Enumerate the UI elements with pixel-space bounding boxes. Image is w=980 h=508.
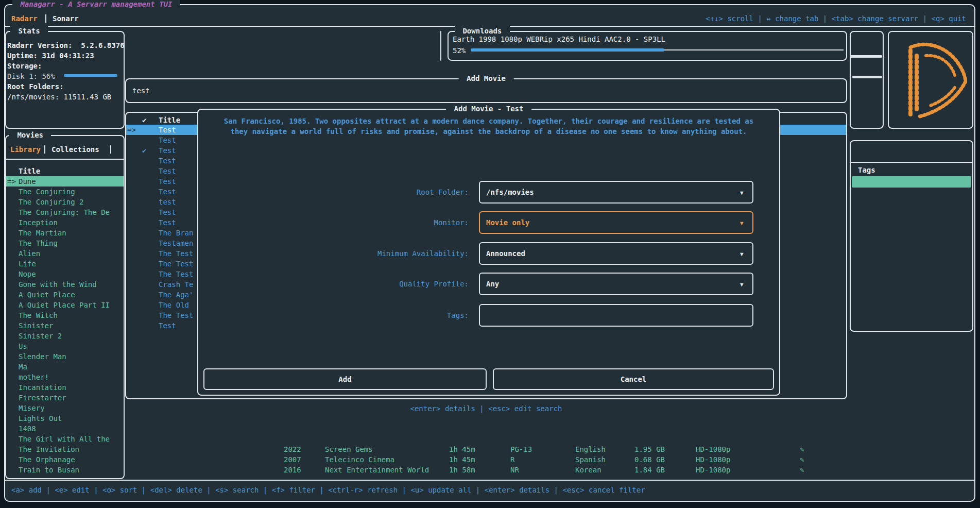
movie-row[interactable]: 1408 bbox=[19, 424, 36, 434]
tab-sonarr[interactable]: Sonarr bbox=[53, 13, 79, 24]
result-row[interactable]: The Test bbox=[159, 259, 193, 269]
result-row[interactable]: The Aga' bbox=[159, 290, 193, 300]
tab-separator bbox=[110, 145, 111, 154]
stats-storage-label: Storage: bbox=[7, 61, 42, 71]
cell-language: English bbox=[575, 444, 606, 454]
result-row[interactable]: test bbox=[159, 197, 176, 207]
stats-uptime: Uptime: 31d 04:31:23 bbox=[7, 50, 94, 61]
radarr-logo-icon bbox=[895, 38, 967, 121]
movie-search-input[interactable]: test bbox=[132, 86, 150, 96]
result-row[interactable]: The Test bbox=[159, 310, 193, 320]
logo-panel bbox=[888, 31, 973, 129]
stats-disk-usage: Disk 1: 56% bbox=[7, 71, 55, 81]
add-button[interactable]: Add bbox=[203, 368, 487, 390]
cell-runtime: 1h 45m bbox=[449, 454, 475, 465]
movie-row[interactable]: mother! bbox=[19, 372, 49, 382]
movie-row[interactable]: Nope bbox=[19, 269, 36, 279]
tab-library[interactable]: Library bbox=[10, 144, 41, 155]
movie-row[interactable]: Train to Busan bbox=[19, 465, 79, 475]
cell-certification: NR bbox=[510, 465, 519, 475]
cell-quality: HD-1080p bbox=[696, 465, 730, 475]
dropdown-arrow-icon: ▼ bbox=[740, 280, 744, 290]
cell-year: 2022 bbox=[284, 444, 301, 454]
cell-quality: HD-1080p bbox=[696, 444, 730, 454]
movie-row[interactable]: The Orphanage bbox=[19, 454, 75, 465]
movie-row-selected[interactable]: =>Dune bbox=[6, 176, 124, 187]
result-row[interactable]: Test bbox=[159, 176, 176, 187]
movies-column-header: Title bbox=[19, 166, 40, 176]
cell-quality: HD-1080p bbox=[696, 454, 730, 465]
movie-row[interactable]: The Witch bbox=[19, 310, 58, 320]
cell-language: Spanish bbox=[575, 454, 606, 465]
movie-row[interactable]: The Conjuring: The De bbox=[19, 207, 110, 217]
result-row[interactable]: The Test bbox=[159, 248, 193, 259]
cell-size: 1.84 GB bbox=[634, 465, 665, 475]
add-movie-modal-title: Add Movie - Test bbox=[446, 104, 531, 114]
field-label: Root Folder: bbox=[288, 187, 469, 197]
movie-row[interactable]: The Girl with All the bbox=[19, 434, 110, 444]
field-label: Monitor: bbox=[288, 217, 469, 228]
cell-certification: PG-13 bbox=[510, 444, 532, 454]
result-row[interactable]: Test bbox=[159, 156, 176, 166]
cell-size: 0.68 GB bbox=[634, 454, 665, 465]
field-label: Quality Profile: bbox=[288, 279, 469, 289]
movie-row[interactable]: Gone with the Wind bbox=[19, 279, 97, 290]
result-row[interactable]: The Test bbox=[159, 269, 193, 279]
cancel-button[interactable]: Cancel bbox=[493, 368, 774, 390]
movie-row[interactable]: Firestarter bbox=[19, 393, 66, 403]
movie-row[interactable]: Life bbox=[19, 259, 36, 269]
result-row[interactable]: Crash Te bbox=[159, 279, 193, 290]
disk-usage-bar bbox=[64, 74, 117, 77]
field-value: /nfs/movies bbox=[486, 187, 534, 197]
cell-size: 1.95 GB bbox=[634, 444, 665, 454]
result-row[interactable]: Test bbox=[159, 320, 176, 331]
movie-row[interactable]: Slender Man bbox=[19, 351, 66, 362]
movie-row[interactable]: Lights Out bbox=[19, 413, 62, 424]
result-row[interactable]: The Bran bbox=[159, 228, 193, 238]
field-label: Tags: bbox=[288, 310, 469, 320]
movie-row[interactable]: The Conjuring bbox=[19, 187, 75, 197]
result-row[interactable]: Test bbox=[159, 217, 176, 228]
movie-row[interactable]: Inception bbox=[19, 217, 58, 228]
movie-row[interactable]: The Conjuring 2 bbox=[19, 197, 83, 207]
cell-year: 2016 bbox=[284, 465, 301, 475]
movies-tabs-divider bbox=[6, 159, 124, 160]
tab-radarr[interactable]: Radarr bbox=[11, 13, 38, 24]
movie-row[interactable]: A Quiet Place bbox=[19, 290, 75, 300]
edit-pencil-icon[interactable]: ✎ bbox=[800, 444, 804, 454]
quality-profile-select[interactable] bbox=[479, 273, 753, 295]
cell-studio: Telecinco Cinema bbox=[325, 454, 394, 465]
background-progress-line bbox=[852, 76, 882, 78]
download-percent: 52% bbox=[453, 45, 466, 56]
movie-row[interactable]: Sinister bbox=[19, 320, 53, 331]
edit-pencil-icon[interactable]: ✎ bbox=[800, 454, 804, 465]
movie-row[interactable]: The Invitation bbox=[19, 444, 79, 454]
movie-row[interactable]: Ma bbox=[19, 362, 27, 372]
result-row[interactable]: Test bbox=[159, 207, 176, 217]
movie-row[interactable]: The Martian bbox=[19, 228, 66, 238]
result-row[interactable]: Test bbox=[159, 145, 176, 156]
result-row[interactable]: Test bbox=[159, 166, 176, 176]
selection-marker: => bbox=[7, 176, 16, 187]
cell-runtime: 1h 45m bbox=[449, 444, 475, 454]
movie-row[interactable]: Incantation bbox=[19, 382, 66, 393]
window-title: Managarr - A Servarr management TUI bbox=[12, 0, 180, 9]
movie-row[interactable]: Alien bbox=[19, 248, 40, 259]
tags-input[interactable] bbox=[479, 304, 753, 327]
tab-collections[interactable]: Collections bbox=[51, 144, 99, 155]
download-progress-track bbox=[664, 49, 844, 50]
movie-row[interactable]: Misery bbox=[19, 403, 45, 413]
result-row[interactable]: The Old bbox=[159, 300, 189, 310]
tags-selected-row[interactable] bbox=[852, 176, 971, 188]
result-row[interactable]: Test bbox=[159, 187, 176, 197]
movie-row[interactable]: The Thing bbox=[19, 238, 58, 248]
movie-row[interactable]: Us bbox=[19, 341, 27, 351]
movie-row[interactable]: A Quiet Place Part II bbox=[19, 300, 110, 310]
add-button-label: Add bbox=[338, 374, 351, 384]
edit-pencil-icon[interactable]: ✎ bbox=[800, 465, 804, 475]
tags-section-header: Tags bbox=[858, 165, 875, 175]
cell-language: Korean bbox=[575, 465, 601, 475]
result-row[interactable]: Testamen bbox=[159, 238, 193, 248]
movie-row[interactable]: Sinister 2 bbox=[19, 331, 62, 341]
result-row[interactable]: Test bbox=[159, 135, 176, 145]
